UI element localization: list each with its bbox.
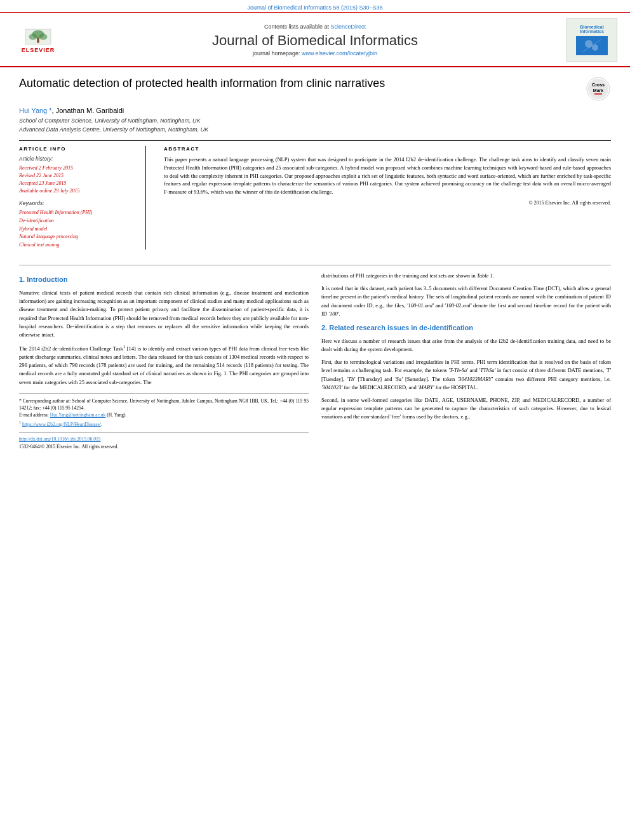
article-main: Automatic detection of protected health … [0,67,630,258]
intro-para-1: Narrative clinical texts of patient medi… [19,289,309,339]
top-bar: Journal of Biomedical Informatics 58 (20… [0,0,630,13]
email-link[interactable]: Hui.Yang@nottingham.ac.uk [50,412,106,418]
article-title-section: Automatic detection of protected health … [19,76,611,102]
abstract-title: ABSTRACT [164,146,611,152]
section-2-heading: 2. Related research issues in de-identif… [321,323,611,333]
contents-available-line: Contents lists available at ScienceDirec… [76,23,554,30]
copyright-line: © 2015 Elsevier Inc. All rights reserved… [164,200,611,206]
svg-point-2 [29,34,37,40]
journal-ref: Journal of Biomedical Informatics 58 (20… [247,4,382,11]
journal-title: Journal of Biomedical Informatics [76,32,554,49]
accepted-date: Accepted 23 June 2015 [19,180,137,187]
svg-rect-4 [37,38,39,43]
keyword-4: Natural language processing [19,233,137,241]
article-title: Automatic detection of protected health … [19,76,385,91]
header-center: Contents lists available at ScienceDirec… [64,23,566,57]
svg-point-6 [585,40,593,48]
body-left-col: 1. Introduction Narrative clinical texts… [19,272,309,450]
authors: Hui Yang *, Hui Yang *, Jonathan M. Gari… [19,107,611,114]
homepage-url: www.elsevier.com/locate/yjbin [302,50,377,57]
abstract-text: This paper presents a natural language p… [164,156,611,196]
right-para-4: First, due to terminological variations … [321,358,611,392]
doi-link[interactable]: http://dx.doi.org/10.1016/j.jbi.2015.06.… [19,436,309,443]
svg-point-3 [39,34,48,40]
author-hui-yang[interactable]: Hui Yang * [19,107,52,114]
keywords-section: Keywords: Protected Health Information (… [19,200,137,250]
keywords-label: Keywords: [19,200,137,206]
svg-point-7 [592,44,598,51]
article-info-title: ARTICLE INFO [19,146,137,152]
corresponding-footnote: * Corresponding author at: School of Com… [19,397,309,412]
revised-date: Revised 22 June 2015 [19,172,137,180]
right-para-5: Second, in some well-formed categories l… [321,396,611,422]
footnote-1: 1 https://www.i2b2.org/NLP/HeartDisease/… [19,419,309,428]
intro-para-2: The 2014 i2b2 de-identification Challeng… [19,343,309,387]
keyword-1: Protected Health Information (PHI) [19,209,137,217]
affiliations: School of Computer Science, University o… [19,117,611,134]
keyword-5: Clinical text mining [19,241,137,250]
received-date: Received 2 February 2015 [19,164,137,172]
available-date: Available online 29 July 2015 [19,187,137,195]
issn-text: 1532-0464/© 2015 Elsevier Inc. All right… [19,443,309,450]
elsevier-wordmark: ELSEVIER [22,47,55,53]
keyword-2: De-identification [19,217,137,225]
right-para-2: It is noted that in this dataset, each p… [321,284,611,318]
elsevier-logo: ELSEVIER [13,27,64,53]
i2b2-link[interactable]: https://www.i2b2.org/NLP/HeartDisease/ [22,421,101,427]
abstract-section: ABSTRACT This paper presents a natural l… [159,146,611,250]
svg-text:Mark: Mark [593,88,603,93]
science-direct-link[interactable]: ScienceDirect [331,23,366,30]
email-footnote: E-mail address: Hui.Yang@nottingham.ac.u… [19,411,309,418]
section-1-heading: 1. Introduction [19,274,309,285]
right-para-1: distributions of PHI categories in the t… [321,272,611,280]
section-divider [19,265,611,265]
footnote-section: * Corresponding author at: School of Com… [19,393,309,428]
journal-header: ELSEVIER Contents lists available at Sci… [0,13,630,67]
svg-text:Cross: Cross [592,83,605,87]
elsevier-tree-icon [22,27,54,47]
journal-homepage: journal homepage: www.elsevier.com/locat… [76,50,554,57]
article-info: ARTICLE INFO Article history: Received 2… [19,146,146,250]
journal-cover-image: Biomedical Informatics [566,18,617,62]
doi-url[interactable]: http://dx.doi.org/10.1016/j.jbi.2015.06.… [19,436,100,442]
info-abstract-row: ARTICLE INFO Article history: Received 2… [19,140,611,250]
crossmark-badge: Cross Mark [586,76,611,102]
history-label: Article history: [19,156,137,162]
keyword-3: Hybrid model [19,225,137,234]
body-right-col: distributions of PHI categories in the t… [321,272,611,450]
right-para-3: Here we discuss a number of research iss… [321,337,611,354]
body-content: 1. Introduction Narrative clinical texts… [0,272,630,450]
